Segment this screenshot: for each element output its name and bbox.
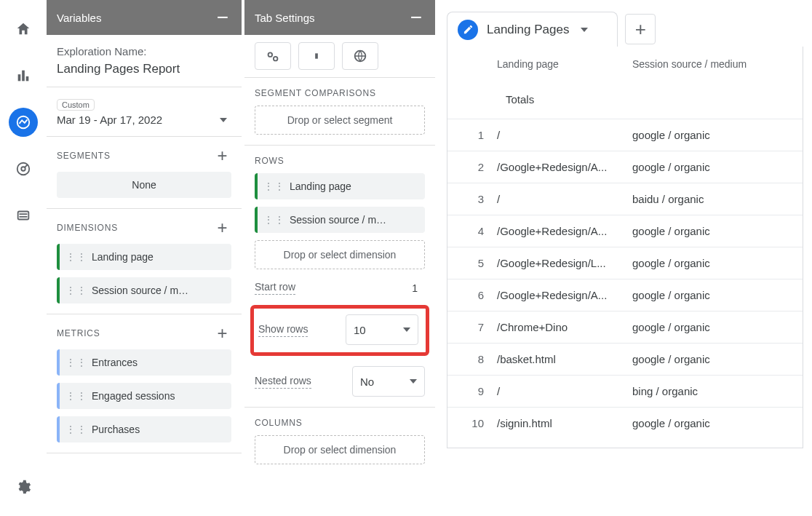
tab-settings-title: Tab Settings <box>255 12 315 24</box>
nav-reports-icon[interactable] <box>9 61 38 90</box>
chip-label: Landing page <box>92 251 154 263</box>
dimension-chip[interactable]: ⋮⋮Landing page <box>57 244 231 270</box>
start-row-value[interactable]: 1 <box>412 282 418 294</box>
segments-none-chip: None <box>57 172 231 198</box>
row-number: 10 <box>465 417 497 429</box>
row-landing-page: /Chrome+Dino <box>497 321 632 333</box>
chip-label: Landing page <box>290 180 351 192</box>
collapse-icon[interactable]: − <box>214 9 231 26</box>
report-tab-active[interactable]: Landing Pages <box>447 12 618 47</box>
row-source-medium: google / organic <box>632 257 785 269</box>
nav-library-icon[interactable] <box>9 201 38 230</box>
nav-settings-icon[interactable] <box>9 472 38 501</box>
rows-section: ROWS ⋮⋮Landing page⋮⋮Session source / m…… <box>244 146 435 408</box>
left-nav-rail <box>0 0 47 516</box>
row-number: 8 <box>465 353 497 365</box>
table-row[interactable]: 3/baidu / organic <box>447 183 803 215</box>
start-row-label: Start row <box>255 281 295 295</box>
segment-comparisons-section: SEGMENT COMPARISONS Drop or select segme… <box>244 78 435 146</box>
table-row[interactable]: 6/Google+Redesign/A...google / organic <box>447 279 803 311</box>
svg-rect-0 <box>18 74 21 81</box>
segments-section: SEGMENTS + None <box>47 137 242 209</box>
table-row[interactable]: 5/Google+Redesign/L...google / organic <box>447 247 803 279</box>
chip-label: Session source / m… <box>290 214 386 226</box>
show-rows-highlight: Show rows 10 <box>250 305 429 356</box>
segment-drop-zone[interactable]: Drop or select segment <box>255 106 425 135</box>
viz-single-icon[interactable] <box>298 42 335 70</box>
metric-chip[interactable]: ⋮⋮Entrances <box>57 349 231 376</box>
exploration-name-label: Exploration Name: <box>57 45 231 57</box>
add-tab-button[interactable]: + <box>625 14 656 44</box>
nested-rows-select[interactable]: No <box>352 366 425 397</box>
variables-header: Variables − <box>47 0 242 35</box>
add-metric-icon[interactable]: + <box>214 325 231 342</box>
table-header-source-medium[interactable]: Session source / medium <box>632 58 785 70</box>
chip-label: Entrances <box>92 357 138 368</box>
variables-title: Variables <box>57 12 101 24</box>
row-chip[interactable]: ⋮⋮Landing page <box>255 173 425 199</box>
row-number: 4 <box>465 225 497 237</box>
table-row[interactable]: 9/bing / organic <box>447 375 803 407</box>
table-row[interactable]: 8/basket.htmlgoogle / organic <box>447 343 803 375</box>
row-source-medium: google / organic <box>632 129 785 141</box>
row-number: 6 <box>465 289 497 301</box>
row-landing-page: /Google+Redesign/A... <box>497 161 632 173</box>
row-source-medium: baidu / organic <box>632 193 785 205</box>
dimensions-section: DIMENSIONS + ⋮⋮Landing page⋮⋮Session sou… <box>47 209 242 314</box>
viz-geo-icon[interactable] <box>342 42 378 70</box>
row-source-medium: google / organic <box>632 289 785 301</box>
metrics-label: METRICS <box>57 328 100 338</box>
table-row[interactable]: 1/google / organic <box>447 119 803 151</box>
chevron-down-icon <box>410 379 417 384</box>
table-header-landing-page[interactable]: Landing page <box>497 58 632 70</box>
chip-label: Purchases <box>92 424 140 435</box>
exploration-name-value[interactable]: Landing Pages Report <box>57 62 231 76</box>
dimension-chip[interactable]: ⋮⋮Session source / m… <box>57 277 231 303</box>
nav-advertising-icon[interactable] <box>9 154 38 183</box>
variables-panel: Variables − Exploration Name: Landing Pa… <box>47 0 244 516</box>
show-rows-select[interactable]: 10 <box>346 314 418 345</box>
collapse-icon[interactable]: − <box>407 9 425 26</box>
show-rows-value: 10 <box>354 324 366 336</box>
row-source-medium: google / organic <box>632 353 785 365</box>
segments-label: SEGMENTS <box>57 151 111 161</box>
row-number: 3 <box>465 193 497 205</box>
table-row[interactable]: 4/Google+Redesign/A...google / organic <box>447 215 803 247</box>
date-kind-chip: Custom <box>57 99 95 111</box>
table-row[interactable]: 7/Chrome+Dinogoogle / organic <box>447 311 803 343</box>
nested-rows-label: Nested rows <box>255 375 311 389</box>
chip-label: Engaged sessions <box>92 390 175 402</box>
metric-chip[interactable]: ⋮⋮Engaged sessions <box>57 383 231 409</box>
add-dimension-icon[interactable]: + <box>214 219 231 237</box>
columns-drop-zone[interactable]: Drop or select dimension <box>255 435 425 464</box>
nav-home-icon[interactable] <box>9 15 38 44</box>
row-source-medium: google / organic <box>632 417 785 429</box>
svg-rect-6 <box>18 212 29 220</box>
dimensions-label: DIMENSIONS <box>57 223 118 233</box>
metric-chip[interactable]: ⋮⋮Purchases <box>57 416 231 442</box>
row-landing-page: /Google+Redesign/L... <box>497 257 632 269</box>
row-source-medium: google / organic <box>632 321 785 333</box>
row-source-medium: google / organic <box>632 225 785 237</box>
tab-settings-header: Tab Settings − <box>244 0 435 35</box>
row-number: 1 <box>465 129 497 141</box>
columns-label: COLUMNS <box>255 418 303 428</box>
table-row[interactable]: 2/Google+Redesign/A...google / organic <box>447 151 803 183</box>
add-segment-icon[interactable]: + <box>214 147 231 164</box>
report-tab-name: Landing Pages <box>487 23 569 37</box>
svg-rect-1 <box>22 71 25 82</box>
table-row[interactable]: 10/signin.htmlgoogle / organic <box>447 407 803 439</box>
row-chip[interactable]: ⋮⋮Session source / m… <box>255 207 425 233</box>
nav-explore-icon[interactable] <box>9 108 38 137</box>
rows-drop-zone[interactable]: Drop or select dimension <box>255 240 425 269</box>
row-number: 7 <box>465 321 497 333</box>
metrics-section: METRICS + ⋮⋮Entrances⋮⋮Engaged sessions⋮… <box>47 314 242 453</box>
svg-point-4 <box>17 163 30 175</box>
row-number: 2 <box>465 161 497 173</box>
row-number: 5 <box>465 257 497 269</box>
date-range-section[interactable]: Custom Mar 19 - Apr 17, 2022 <box>47 87 242 137</box>
report-area: Landing Pages + Landing page Session sou… <box>438 0 812 516</box>
viz-scatter-icon[interactable] <box>255 42 291 70</box>
show-rows-label: Show rows <box>258 323 308 337</box>
segment-comparisons-label: SEGMENT COMPARISONS <box>255 88 376 98</box>
